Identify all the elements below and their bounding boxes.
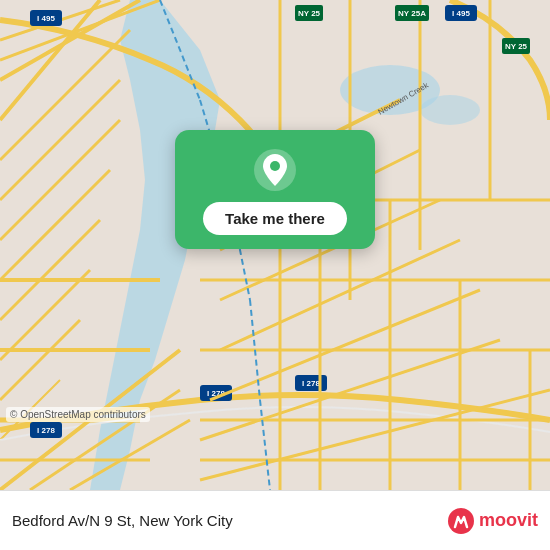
svg-text:NY 25: NY 25 [505,42,528,51]
map-copyright: © OpenStreetMap contributors [6,407,150,422]
svg-text:I 278: I 278 [37,426,55,435]
take-me-there-button[interactable]: Take me there [203,202,347,235]
moovit-icon [447,507,475,535]
location-pin-icon [253,148,297,192]
moovit-label: moovit [479,510,538,531]
moovit-logo: moovit [447,507,538,535]
svg-point-3 [420,95,480,125]
svg-text:NY 25: NY 25 [298,9,321,18]
location-card: Take me there [175,130,375,249]
map-container: I 278 I 278 I 278 I 495 [0,0,550,490]
svg-point-66 [270,161,280,171]
location-label: Bedford Av/N 9 St, New York City [12,512,233,529]
svg-text:NY 25A: NY 25A [398,9,426,18]
svg-text:I 495: I 495 [452,9,470,18]
svg-text:I 278: I 278 [302,379,320,388]
svg-text:I 495: I 495 [37,14,55,23]
bottom-bar: Bedford Av/N 9 St, New York City moovit [0,490,550,550]
